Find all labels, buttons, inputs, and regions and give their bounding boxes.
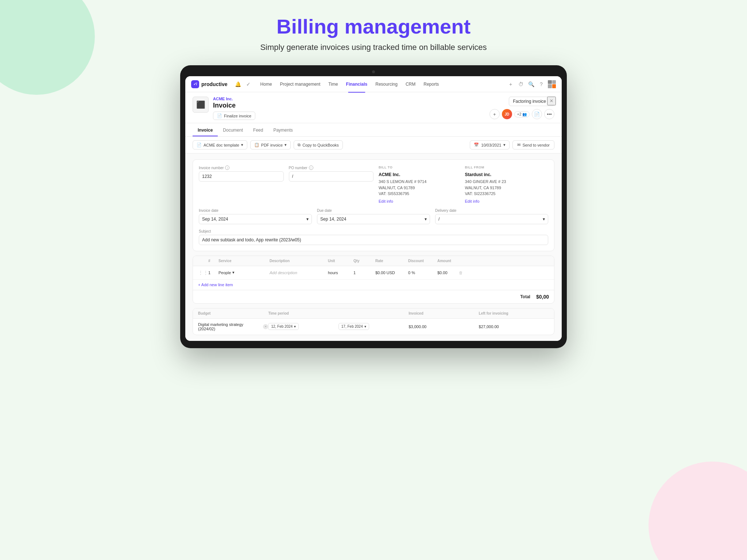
nav-financials[interactable]: Financials <box>342 80 371 88</box>
search-icon[interactable]: 🔍 <box>527 81 535 88</box>
delete-row-icon[interactable]: 🗑 <box>459 271 463 275</box>
tab-invoice[interactable]: Invoice <box>193 125 218 136</box>
finalize-button[interactable]: 📄 Finalize invoice <box>213 112 255 120</box>
quickbooks-button[interactable]: ⧉ Copy to QuickBooks <box>294 140 343 149</box>
chevron-date-select-icon: ▾ <box>306 217 309 222</box>
calendar-icon: 📅 <box>474 143 479 147</box>
bill-to-edit-link[interactable]: Edit info <box>379 199 462 203</box>
budget-remove-button[interactable]: × <box>263 324 268 329</box>
close-button[interactable]: × <box>547 97 556 105</box>
tab-feed[interactable]: Feed <box>248 125 268 136</box>
budget-col-budget: Budget <box>198 311 268 315</box>
delivery-date-select[interactable]: / ▾ <box>435 214 548 224</box>
invoice-toolbar: 📄 ACME doc template ▾ 📋 PDF invoice ▾ ⧉ … <box>185 137 562 153</box>
delivery-date-group: Delivery date / ▾ <box>435 209 548 224</box>
invoice-number-input[interactable] <box>199 171 284 182</box>
invoice-date-select[interactable]: Sep 14, 2024 ▾ <box>199 214 312 224</box>
col-description: Description <box>270 259 328 263</box>
nav-project-management[interactable]: Project management <box>276 80 324 88</box>
invoice-tabs: Invoice Document Feed Payments <box>185 125 562 137</box>
invoice-number-group: Invoice number i <box>199 166 284 203</box>
po-number-label: PO number i <box>289 166 374 170</box>
avatar[interactable] <box>548 80 556 88</box>
budget-col-empty <box>338 311 409 315</box>
help-icon[interactable]: ? <box>538 81 545 88</box>
budget-invoiced: $3,000.00 <box>409 324 479 329</box>
col-rate: Rate <box>375 259 408 263</box>
nav-reports[interactable]: Reports <box>420 80 442 88</box>
date-selector[interactable]: 📅 10/03/2021 ▾ <box>470 140 510 149</box>
period-from-select[interactable]: 12, Feb 2024 ▾ <box>268 323 299 330</box>
invoice-header-right: Factoring invoice ▾ + JD +2 👥 📄 ••• <box>489 97 554 119</box>
more-action-button[interactable]: ••• <box>544 109 554 119</box>
row-description[interactable]: Add description <box>270 271 328 275</box>
pdf-button[interactable]: 📋 PDF invoice ▾ <box>250 140 291 149</box>
nav-crm[interactable]: CRM <box>402 80 419 88</box>
app-nav: ✓/ productive 🔔 ✓ Home Project managemen… <box>185 76 562 92</box>
budget-period-to: 17, Feb 2024 ▾ <box>338 323 409 330</box>
due-date-select[interactable]: Sep 14, 2024 ▾ <box>317 214 430 224</box>
template-icon: 📄 <box>197 143 202 147</box>
period-to-select[interactable]: 17, Feb 2024 ▾ <box>338 323 369 330</box>
chevron-period-from-icon: ▾ <box>294 324 296 328</box>
add-line-button[interactable]: + Add new line item <box>193 280 554 290</box>
row-service[interactable]: People ▾ <box>218 270 270 275</box>
user-avatar[interactable]: JD <box>502 109 512 119</box>
po-number-group: PO number i <box>289 166 374 203</box>
send-icon: ✉ <box>517 143 520 147</box>
chevron-period-to-icon: ▾ <box>364 324 366 328</box>
page-subtitle: Simply generate invoices using tracked t… <box>260 43 487 52</box>
budget-card: Budget Time period Invoiced Left for inv… <box>193 308 554 335</box>
tab-payments[interactable]: Payments <box>268 125 298 136</box>
total-value: $0,00 <box>536 294 549 300</box>
check-icon[interactable]: ✓ <box>245 81 252 88</box>
po-number-info-icon[interactable]: i <box>309 166 313 170</box>
invoice-title-area: ACME Inc. Invoice 📄 Finalize invoice <box>213 97 489 120</box>
table-row: ⋮⋮ 1 People ▾ Add description hours 1 $0… <box>193 266 554 280</box>
due-date-label: Due date <box>317 209 430 213</box>
col-drag <box>198 259 208 263</box>
invoice-form-card: Invoice number i PO number i <box>193 159 554 251</box>
bill-to-section: BILL TO ACME Inc. 340 S LEMON AVE # 9714… <box>379 166 462 203</box>
dates-row: Invoice date Sep 14, 2024 ▾ Due date Sep… <box>199 209 548 224</box>
invoice-number-info-icon[interactable]: i <box>225 166 229 170</box>
chevron-due-date-icon: ▾ <box>425 217 427 222</box>
chevron-template-icon: ▾ <box>241 143 243 147</box>
invoice-body: Invoice number i PO number i <box>185 153 562 341</box>
document-action-button[interactable]: 📄 <box>532 109 542 119</box>
notification-icon[interactable]: 🔔 <box>235 81 241 88</box>
invoice-header: ⬛ ACME Inc. Invoice 📄 Finalize invoice F… <box>185 92 562 123</box>
bill-from-edit-link[interactable]: Edit info <box>465 199 549 203</box>
count-badge: +2 👥 <box>514 111 530 117</box>
nav-home[interactable]: Home <box>257 80 276 88</box>
drag-handle[interactable]: ⋮⋮ <box>198 270 208 276</box>
page-title: Billing management <box>276 15 471 38</box>
subject-input[interactable] <box>199 235 548 245</box>
nav-resourcing[interactable]: Resourcing <box>372 80 401 88</box>
tab-document[interactable]: Document <box>218 125 248 136</box>
row-qty: 1 <box>353 271 375 275</box>
po-number-input[interactable] <box>289 171 374 182</box>
invoice-title-text: Invoice <box>213 102 489 109</box>
due-date-group: Due date Sep 14, 2024 ▾ <box>317 209 430 224</box>
col-service: Service <box>218 259 270 263</box>
col-amount: Amount <box>437 259 463 263</box>
col-num: # <box>208 259 218 263</box>
document-icon: 📄 <box>217 113 222 118</box>
bill-from-label: BILL FROM <box>465 166 549 169</box>
add-action-button[interactable]: + <box>489 109 500 119</box>
chevron-pdf-icon: ▾ <box>285 143 287 147</box>
bill-to-company: ACME Inc. <box>379 172 462 177</box>
nav-right: + ⏱ 🔍 ? <box>507 80 556 88</box>
template-button[interactable]: 📄 ACME doc template ▾ <box>193 140 247 149</box>
nav-time[interactable]: Time <box>325 80 341 88</box>
invoice-company: ACME Inc. <box>213 97 489 101</box>
subject-group: Subject <box>199 229 548 245</box>
row-amount: $0.00 🗑 <box>437 271 463 275</box>
invoice-number-row: Invoice number i PO number i <box>199 166 548 203</box>
plus-nav-icon[interactable]: + <box>507 81 514 88</box>
send-button[interactable]: ✉ Send to vendor <box>512 140 554 149</box>
timer-icon[interactable]: ⏱ <box>517 81 525 88</box>
col-discount: Discount <box>408 259 437 263</box>
app-logo: ✓/ productive <box>191 80 228 88</box>
